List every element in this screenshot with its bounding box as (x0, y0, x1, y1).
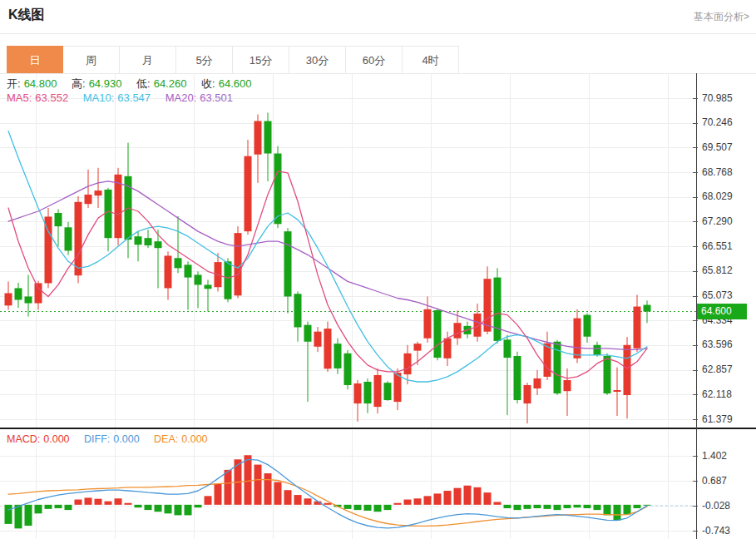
open-value: 64.800 (24, 77, 57, 90)
ma20-value: 63.501 (200, 91, 233, 104)
current-price-badge: 64.600 (697, 304, 747, 319)
page-title: K线图 (8, 7, 45, 24)
axis-tick-mark (693, 419, 698, 420)
axis-tick-label: 70.246 (702, 116, 754, 129)
ohlc-legend: 开:64.800 高:64.930 低:64.260 收:64.600 (7, 77, 254, 91)
ma-legend: MA5:63.552 MA10:63.547 MA20:63.501 (7, 91, 236, 104)
axis-tick-mark (693, 531, 698, 532)
axis-tick-label: 61.379 (702, 413, 754, 426)
axis-tick-mark (693, 172, 698, 173)
axis-tick-label: -0.743 (702, 525, 754, 537)
macd-grid (0, 430, 696, 539)
diff-value: 0.000 (113, 433, 139, 445)
main-candlestick-chart[interactable] (0, 73, 696, 428)
macd-indicator-chart[interactable] (0, 430, 696, 539)
diff-label: DIFF: (84, 433, 110, 445)
low-label: 低: (136, 77, 151, 90)
tab-15分[interactable]: 15分 (233, 46, 289, 74)
ma10-value: 63.547 (117, 91, 151, 104)
tab-5分[interactable]: 5分 (176, 46, 233, 74)
axis-tick-label: 67.290 (702, 215, 754, 228)
axis-tick-mark (693, 394, 698, 395)
fundamental-analysis-link[interactable]: 基本面分析> (694, 10, 749, 24)
axis-tick-mark (693, 98, 698, 99)
ma5-value: 63.552 (35, 91, 68, 104)
tab-周[interactable]: 周 (63, 46, 120, 74)
axis-tick-label: 62.118 (702, 388, 754, 401)
ma5-label: MA5: (7, 91, 32, 104)
kline-page: K线图 基本面分析> 日周月5分15分30分60分4时 开:64.800 高:6… (0, 0, 756, 539)
tab-日[interactable]: 日 (7, 46, 63, 74)
dea-line (8, 480, 647, 527)
dea-value: 0.000 (181, 433, 207, 445)
high-label: 高: (72, 77, 86, 90)
axis-tick-mark (693, 320, 698, 321)
axis-tick-mark (693, 456, 698, 457)
axis-tick-mark (693, 197, 698, 198)
macd-label: MACD: (7, 433, 40, 445)
ma20-label: MA20: (166, 91, 197, 104)
axis-tick-label: 68.768 (702, 166, 754, 179)
tab-30分[interactable]: 30分 (289, 46, 346, 74)
axis-tick-mark (693, 345, 698, 346)
high-value: 64.930 (89, 77, 122, 90)
pane-divider (0, 428, 756, 429)
axis-tick-label: 70.985 (702, 92, 754, 105)
ma10-label: MA10: (83, 91, 115, 104)
axis-tick-mark (693, 221, 698, 222)
tab-60分[interactable]: 60分 (346, 46, 403, 74)
axis-tick-mark (693, 481, 698, 482)
axis-tick-label: -0.028 (702, 500, 754, 512)
axis-tick-label: 62.857 (702, 363, 754, 376)
axis-tick-mark (693, 147, 698, 148)
axis-tick-label: 1.402 (702, 450, 754, 462)
macd-legend: MACD:0.000 DIFF:0.000 DEA:0.000 (7, 433, 211, 445)
axis-tick-mark (693, 123, 698, 124)
axis-tick-mark (693, 271, 698, 272)
macd-value: 0.000 (43, 433, 69, 445)
tab-4时[interactable]: 4时 (403, 46, 459, 74)
close-label: 收: (201, 77, 215, 90)
open-label: 开: (7, 77, 21, 90)
tab-月[interactable]: 月 (120, 46, 176, 74)
diff-line (8, 459, 647, 528)
period-tabbar: 日周月5分15分30分60分4时 (7, 46, 459, 74)
axis-tick-label: 65.073 (702, 289, 754, 302)
axis-tick-mark (693, 370, 698, 371)
axis-tick-label: 63.596 (702, 339, 754, 351)
macd-histogram (5, 455, 651, 528)
axis-tick-mark (693, 506, 698, 507)
dea-label: DEA: (154, 433, 178, 445)
axis-tick-label: 68.029 (702, 190, 754, 203)
header-divider (0, 33, 756, 34)
low-value: 64.260 (154, 77, 187, 90)
axis-tick-label: 0.687 (702, 475, 754, 487)
close-value: 64.600 (219, 77, 252, 90)
axis-tick-label: 69.507 (702, 141, 754, 154)
axis-tick-label: 65.812 (702, 265, 754, 277)
axis-tick-label: 66.551 (702, 240, 754, 253)
axis-tick-mark (693, 296, 698, 297)
axis-tick-mark (693, 246, 698, 247)
